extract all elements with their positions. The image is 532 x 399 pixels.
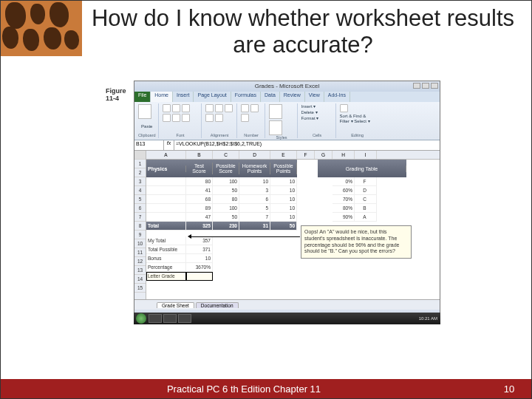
align-icon[interactable]	[215, 104, 223, 112]
table-header: Physics Test Score Possible Score Homewo…	[146, 160, 297, 177]
excel-figure: Grades - Microsoft Excel File Home Inser…	[100, 81, 440, 324]
tab-insert[interactable]: Insert	[173, 92, 194, 102]
footer-text: Practical PC 6 th Edition Chapter 11	[1, 383, 487, 395]
start-orb-icon[interactable]	[136, 313, 146, 324]
ribbon-group-alignment: Alignment	[203, 103, 237, 138]
taskbar-item[interactable]	[178, 314, 191, 323]
excel-titlebar: Grades - Microsoft Excel	[134, 81, 440, 92]
ribbon-tabs: File Home Insert Page Layout Formulas Da…	[134, 92, 440, 102]
formula-input[interactable]: =VLOOKUP(B12,$H$2:$I$6,2,TRUE)	[174, 140, 440, 150]
tab-home[interactable]: Home	[151, 92, 173, 102]
wrap-icon[interactable]	[205, 114, 214, 122]
tab-file[interactable]: File	[134, 92, 151, 102]
tab-formulas[interactable]: Formulas	[231, 92, 261, 102]
ribbon-group-clipboard: Paste Clipboard	[136, 103, 159, 138]
tab-view[interactable]: View	[305, 92, 324, 102]
cell-highlight	[146, 272, 186, 281]
excel-window: Grades - Microsoft Excel File Home Inser…	[134, 81, 440, 321]
border-icon[interactable]	[172, 114, 180, 122]
active-cell	[186, 272, 213, 281]
close-icon[interactable]	[431, 83, 438, 89]
fx-icon[interactable]: fx	[164, 140, 174, 150]
insert-button[interactable]: Insert ▾	[301, 104, 333, 110]
font-icon[interactable]	[163, 104, 171, 112]
taskbar-clock: 10:21 AM	[419, 316, 440, 321]
paste-icon[interactable]	[138, 104, 151, 119]
italic-icon[interactable]	[182, 104, 190, 112]
formula-bar: B13 fx =VLOOKUP(B12,$H$2:$I$6,2,TRUE)	[134, 140, 440, 151]
tab-addins[interactable]: Add-Ins	[324, 92, 350, 102]
fill-icon[interactable]	[182, 114, 190, 122]
name-box[interactable]: B13	[134, 140, 164, 150]
tab-pagelayout[interactable]: Page Layout	[194, 92, 231, 102]
corner-decoration	[1, 1, 82, 56]
underline-icon[interactable]	[163, 114, 171, 122]
minimize-icon[interactable]	[413, 83, 420, 89]
currency-icon[interactable]	[241, 104, 249, 112]
taskbar-item[interactable]	[149, 314, 162, 323]
row-headers: 12 34 56 78 910 1112 1314 15	[134, 151, 146, 299]
cellstyles-icon[interactable]	[269, 120, 282, 135]
tab-data[interactable]: Data	[261, 92, 280, 102]
comma-icon[interactable]	[241, 114, 249, 122]
ribbon-group-styles: Styles	[267, 103, 298, 138]
delete-button[interactable]: Delete ▾	[301, 110, 333, 116]
callout-arrow	[189, 236, 300, 237]
callout-box: Oops! An "A" would be nice, but this stu…	[301, 225, 412, 259]
page-number: 10	[487, 383, 531, 395]
slide-title: How do I know whether worksheet results …	[89, 5, 516, 58]
tab-review[interactable]: Review	[280, 92, 305, 102]
align-icon[interactable]	[225, 104, 233, 112]
autosum-icon[interactable]	[340, 104, 348, 112]
percent-icon[interactable]	[250, 104, 259, 112]
format-button[interactable]: Format ▾	[301, 116, 333, 122]
slide-footer: Practical PC 6 th Edition Chapter 11 10	[1, 379, 531, 398]
merge-icon[interactable]	[215, 114, 223, 122]
sheet-tabs: Grade Sheet Documentation	[134, 299, 440, 310]
grading-table-header: Grading Table	[318, 160, 406, 177]
align-icon[interactable]	[205, 104, 214, 112]
maximize-icon[interactable]	[422, 83, 429, 89]
bold-icon[interactable]	[172, 104, 180, 112]
sheet-tab-active[interactable]: Grade Sheet	[157, 302, 194, 308]
column-headers: A B C D E F G H I	[146, 151, 440, 160]
ribbon-group-cells: Insert ▾ Delete ▾ Format ▾ Cells	[299, 103, 336, 138]
condfmt-icon[interactable]	[269, 104, 282, 119]
ribbon: Paste Clipboard Font	[134, 102, 440, 140]
ribbon-group-number: Number	[239, 103, 265, 138]
ribbon-group-font: Font	[160, 103, 202, 138]
taskbar-item[interactable]	[163, 314, 177, 323]
slide: How do I know whether worksheet results …	[0, 0, 532, 399]
sheet-tab[interactable]: Documentation	[196, 302, 239, 308]
windows-taskbar: 10:21 AM	[134, 313, 440, 324]
ribbon-group-editing: Sort & Find & Filter ▾ Select ▾ Editing	[338, 103, 378, 138]
